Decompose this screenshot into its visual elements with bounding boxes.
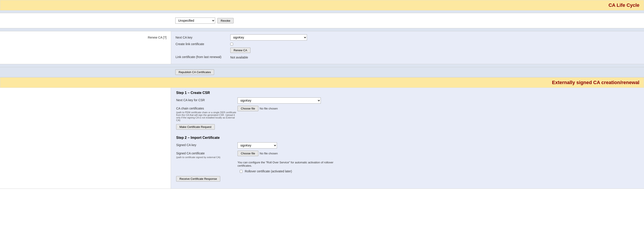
rollover-checkbox[interactable] <box>240 170 242 173</box>
rollover-note-text: You can configure the "Roll Over Service… <box>238 161 347 167</box>
ext-signed-title: Externally signed CA creation/renewal <box>552 80 640 85</box>
rollover-note-row: You can configure the "Roll Over Service… <box>176 161 639 167</box>
make-cert-request-button[interactable]: Make Certificate Request <box>176 124 215 130</box>
step2-header: Step 2 – Import Certificate <box>176 136 639 140</box>
ca-chain-file-wrapper: Choose file No file chosen <box>238 106 278 111</box>
ext-left-col <box>0 88 171 189</box>
republish-row: Republish CA Certificates <box>0 67 644 77</box>
ca-lifecycle-header: CA Life Cycle <box>0 0 644 10</box>
next-ca-key-csr-label: Next CA key for CSR <box>176 97 238 102</box>
revoke-area: Unspecified Key Compromise CA Compromise… <box>175 15 234 26</box>
ca-chain-certs-note: (path to PEM certificate chain or a sing… <box>176 111 238 122</box>
revoke-reason-dropdown[interactable]: Unspecified Key Compromise CA Compromise… <box>175 17 215 24</box>
link-cert-label: Link certificate (from last renewal) <box>176 55 230 59</box>
receive-cert-response-button[interactable]: Receive Certificate Response <box>176 176 220 182</box>
next-ca-key-csr-dropdown[interactable]: signKey defaultKey <box>238 97 321 104</box>
signed-ca-key-control: signKey defaultKey <box>238 142 277 149</box>
revoke-row: Unspecified Key Compromise CA Compromise… <box>0 13 644 28</box>
next-ca-key-dropdown[interactable]: signKey defaultKey <box>230 34 307 40</box>
renew-ca-button-row: Renew CA <box>176 47 640 53</box>
signed-ca-cert-label-container: Signed CA certificate (path to certifica… <box>176 151 238 159</box>
renew-ca-left-col: Renew CA [?] <box>0 31 171 64</box>
ca-chain-no-file-text: No file chosen <box>260 107 278 110</box>
rollover-checkbox-row: Rollover certificate (activated later) <box>176 170 639 173</box>
renew-ca-inner: Renew CA [?] Next CA key signKey default… <box>0 31 644 64</box>
republish-area: Republish CA Certificates <box>175 69 214 75</box>
step2-section: Step 2 – Import Certificate Signed CA ke… <box>176 134 639 182</box>
signed-ca-cert-label: Signed CA certificate <box>176 152 238 155</box>
signed-ca-key-label: Signed CA key <box>176 142 238 147</box>
signed-ca-key-dropdown[interactable]: signKey defaultKey <box>238 142 277 149</box>
signed-ca-key-row: Signed CA key signKey defaultKey <box>176 142 639 149</box>
signed-ca-cert-file-wrapper: Choose file No file chosen <box>238 151 278 156</box>
page-wrapper: CA Life Cycle Unspecified Key Compromise… <box>0 0 644 249</box>
next-ca-key-csr-control: signKey defaultKey <box>238 97 321 104</box>
top-separator <box>0 10 644 13</box>
rollover-spacer <box>176 161 238 162</box>
next-ca-key-label: Next CA key <box>176 36 230 39</box>
create-link-cert-label: Create link certificate <box>176 42 230 46</box>
ca-chain-choose-file-button[interactable]: Choose file <box>238 106 258 111</box>
next-ca-key-row: Next CA key signKey defaultKey <box>176 34 640 40</box>
ext-signed-header: Externally signed CA creation/renewal <box>0 77 644 88</box>
create-link-cert-checkbox[interactable] <box>230 43 233 45</box>
signed-ca-cert-note: (path to certificate signed by external … <box>176 156 238 159</box>
renew-ca-section: Renew CA [?] Next CA key signKey default… <box>0 31 644 64</box>
rollover-checkbox-label: Rollover certificate (activated later) <box>245 170 292 173</box>
ca-chain-certs-row: CA chain certificates (path to PEM certi… <box>176 106 639 122</box>
ext-right-col: Step 1 – Create CSR Next CA key for CSR … <box>171 88 644 189</box>
ca-chain-certs-label-container: CA chain certificates (path to PEM certi… <box>176 106 238 122</box>
ext-inner: Step 1 – Create CSR Next CA key for CSR … <box>0 88 644 189</box>
separator-1 <box>0 28 644 31</box>
ext-signed-section: Step 1 – Create CSR Next CA key for CSR … <box>0 88 644 189</box>
renew-ca-label: Renew CA [?] <box>148 36 166 39</box>
signed-ca-cert-no-file-text: No file chosen <box>260 152 278 155</box>
republish-button[interactable]: Republish CA Certificates <box>175 69 214 75</box>
separator-2 <box>0 64 644 67</box>
ca-chain-certs-label: CA chain certificates <box>176 107 238 110</box>
signed-ca-cert-file-control: Choose file No file chosen <box>238 151 278 156</box>
renew-ca-right-col: Next CA key signKey defaultKey Create li… <box>171 31 644 64</box>
make-cert-request-button-row: Make Certificate Request <box>176 124 639 130</box>
revoke-button[interactable]: Revoke <box>217 18 234 23</box>
ca-chain-file-control: Choose file No file chosen <box>238 106 278 111</box>
renew-ca-button[interactable]: Renew CA <box>230 47 250 53</box>
step1-header: Step 1 – Create CSR <box>176 91 639 95</box>
next-ca-key-csr-row: Next CA key for CSR signKey defaultKey <box>176 97 639 104</box>
link-cert-row: Link certificate (from last renewal) Not… <box>176 55 640 59</box>
ca-lifecycle-title: CA Life Cycle <box>608 2 640 8</box>
create-link-cert-row: Create link certificate <box>176 42 640 46</box>
receive-cert-response-button-row: Receive Certificate Response <box>176 176 639 182</box>
link-cert-value: Not available <box>230 55 248 59</box>
signed-ca-cert-row: Signed CA certificate (path to certifica… <box>176 151 639 159</box>
signed-ca-cert-choose-file-button[interactable]: Choose file <box>238 151 258 156</box>
